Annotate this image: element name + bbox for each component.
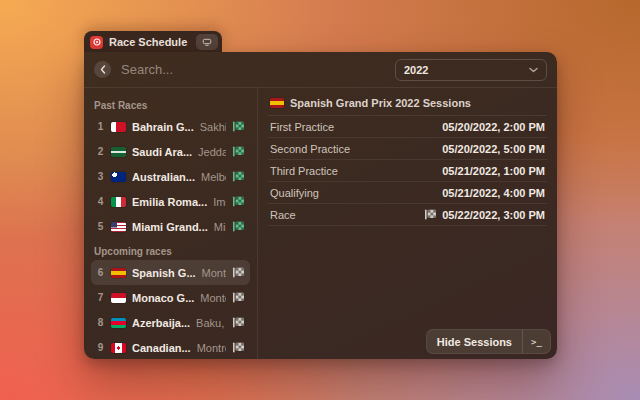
session-time: 05/20/2022, 2:00 PM <box>442 121 545 133</box>
race-name: Australian... <box>132 171 195 183</box>
usa-flag-icon <box>111 222 126 232</box>
race-number: 5 <box>96 221 105 232</box>
chevron-left-icon <box>100 65 106 74</box>
race-name: Emilia Roma... <box>132 196 207 208</box>
race-number: 1 <box>96 121 105 132</box>
session-time: 05/22/2022, 3:00 PM <box>424 209 545 221</box>
window-content: Past Races1Bahrain G...Sakhir, Bahr... 2… <box>84 88 557 359</box>
canada-flag-icon <box>111 343 126 353</box>
pin-icon <box>202 37 212 47</box>
pin-window-button[interactable] <box>196 34 218 50</box>
race-list-item[interactable]: 3Australian...Melbourne,... <box>91 164 250 189</box>
terminal-icon: >_ <box>531 337 542 347</box>
session-label: Second Practice <box>270 143 350 155</box>
session-row: Qualifying05/21/2022, 4:00 PM <box>268 182 547 204</box>
checkered-flag-icon <box>232 342 245 353</box>
session-label: First Practice <box>270 121 334 133</box>
race-location: Sakhir, Bahr... <box>200 121 226 133</box>
session-time-value: 05/21/2022, 4:00 PM <box>442 187 545 199</box>
race-location: Montmeló,... <box>202 267 226 279</box>
sessions-list: First Practice05/20/2022, 2:00 PMSecond … <box>268 116 547 226</box>
race-list-item[interactable]: 9Canadian...Montreal, C... <box>91 335 250 359</box>
race-name: Bahrain G... <box>132 121 194 133</box>
window-header: Search... 2022 <box>84 52 557 88</box>
race-schedule-app-icon <box>90 36 103 49</box>
session-row: Second Practice05/20/2022, 5:00 PM <box>268 138 547 160</box>
sessions-title-row: Spanish Grand Prix 2022 Sessions <box>268 91 547 116</box>
session-time: 05/21/2022, 1:00 PM <box>442 165 545 177</box>
race-number: 9 <box>96 342 105 353</box>
search-input[interactable]: Search... <box>121 62 385 77</box>
race-name: Miami Grand... <box>132 221 208 233</box>
checkered-flag-icon <box>232 267 245 278</box>
checkered-flag-icon <box>232 292 245 303</box>
session-time-value: 05/20/2022, 5:00 PM <box>442 143 545 155</box>
back-button[interactable] <box>94 61 111 78</box>
finished-flag-icon <box>232 221 245 232</box>
sessions-panel: Spanish Grand Prix 2022 Sessions First P… <box>258 88 557 359</box>
race-name: Monaco G... <box>132 292 194 304</box>
race-number: 2 <box>96 146 105 157</box>
race-number: 6 <box>96 267 105 278</box>
race-location: Melbourne,... <box>201 171 226 183</box>
session-time: 05/21/2022, 4:00 PM <box>442 187 545 199</box>
year-dropdown-value: 2022 <box>404 64 428 76</box>
finished-flag-icon <box>232 171 245 182</box>
race-number: 7 <box>96 292 105 303</box>
tab-title: Race Schedule <box>109 36 190 48</box>
desktop-background: Race Schedule Search... 2022 <box>0 0 640 400</box>
footer-actions: Hide Sessions >_ <box>426 329 551 354</box>
session-time-value: 05/20/2022, 2:00 PM <box>442 121 545 133</box>
spain-flag-icon <box>270 98 284 108</box>
session-label: Race <box>270 209 296 221</box>
race-name: Azerbaija... <box>132 317 190 329</box>
section-label: Past Races <box>94 100 247 111</box>
session-label: Third Practice <box>270 165 338 177</box>
steering-wheel-icon <box>93 38 101 46</box>
azerbaijan-flag-icon <box>111 318 126 328</box>
actions-menu-button[interactable]: >_ <box>523 330 550 353</box>
australia-flag-icon <box>111 172 126 182</box>
italy-flag-icon <box>111 197 126 207</box>
race-number: 4 <box>96 196 105 207</box>
race-list-item[interactable]: 1Bahrain G...Sakhir, Bahr... <box>91 114 250 139</box>
race-location: Miami, USA <box>214 221 226 233</box>
year-dropdown[interactable]: 2022 <box>395 59 547 81</box>
chevron-down-icon <box>529 67 538 73</box>
race-number: 8 <box>96 317 105 328</box>
race-location: Baku, Azerb... <box>196 317 226 329</box>
race-location: Imola, Italy <box>213 196 226 208</box>
saudi-arabia-flag-icon <box>111 147 126 157</box>
race-list-item[interactable]: 5Miami Grand...Miami, USA <box>91 214 250 239</box>
race-location: Monte-Carl... <box>200 292 226 304</box>
window-tab[interactable]: Race Schedule <box>84 31 222 53</box>
race-location: Montreal, C... <box>197 342 226 354</box>
session-row: Race 05/22/2022, 3:00 PM <box>268 204 547 226</box>
race-schedule-window: Search... 2022 Past Races1Bahrain G...Sa… <box>84 52 557 359</box>
race-name: Canadian... <box>132 342 191 354</box>
session-time-value: 05/21/2022, 1:00 PM <box>442 165 545 177</box>
hide-sessions-button[interactable]: Hide Sessions <box>427 330 522 353</box>
session-time: 05/20/2022, 5:00 PM <box>442 143 545 155</box>
session-label: Qualifying <box>270 187 319 199</box>
race-name: Saudi Ara... <box>132 146 192 158</box>
session-row: First Practice05/20/2022, 2:00 PM <box>268 116 547 138</box>
race-name: Spanish G... <box>132 267 196 279</box>
session-row: Third Practice05/21/2022, 1:00 PM <box>268 160 547 182</box>
race-list-item[interactable]: 8Azerbaija...Baku, Azerb... <box>91 310 250 335</box>
checkered-flag-icon <box>232 317 245 328</box>
race-number: 3 <box>96 171 105 182</box>
checkered-flag-icon <box>424 209 437 220</box>
race-list-item[interactable]: 2Saudi Ara...Jeddah, Sa... <box>91 139 250 164</box>
sessions-title: Spanish Grand Prix 2022 Sessions <box>290 97 471 109</box>
finished-flag-icon <box>232 146 245 157</box>
finished-flag-icon <box>232 121 245 132</box>
section-label: Upcoming races <box>94 246 247 257</box>
monaco-flag-icon <box>111 293 126 303</box>
race-list-item[interactable]: 4Emilia Roma...Imola, Italy <box>91 189 250 214</box>
finished-flag-icon <box>232 196 245 207</box>
race-location: Jeddah, Sa... <box>198 146 226 158</box>
race-list-item[interactable]: 6Spanish G...Montmeló,... <box>91 260 250 285</box>
bahrain-flag-icon <box>111 122 126 132</box>
race-list-item[interactable]: 7Monaco G...Monte-Carl... <box>91 285 250 310</box>
